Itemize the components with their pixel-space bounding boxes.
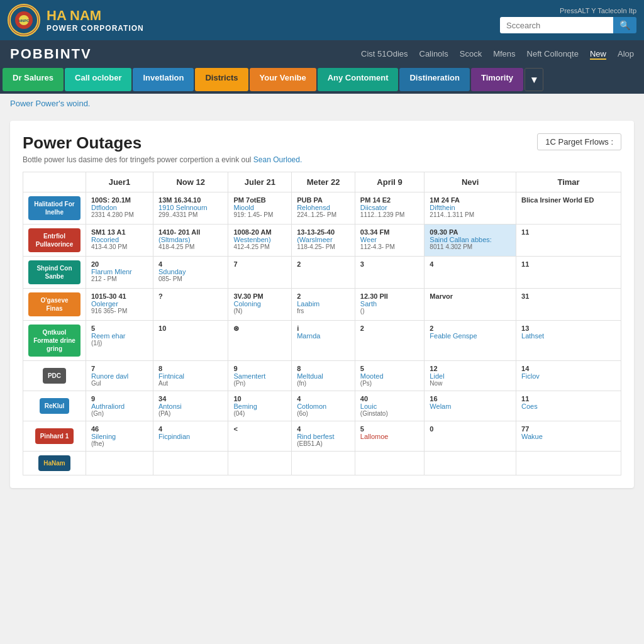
cell-link[interactable]: (Sltmdars)	[158, 236, 223, 243]
cell-link[interactable]: Coloning	[233, 300, 286, 308]
cell-link[interactable]: Welam	[430, 402, 511, 410]
cell-link[interactable]: Lallomoe	[360, 433, 419, 440]
cell-link[interactable]: Fintnical	[158, 372, 223, 380]
cell-link[interactable]: Rocoried	[91, 236, 148, 243]
data-cell: 5Lallomoe	[355, 421, 425, 452]
cell-link[interactable]: 1910 Selnnourn	[158, 204, 223, 211]
cell-link[interactable]: Ficlov	[521, 372, 616, 380]
tab-districts[interactable]: Districts	[195, 68, 248, 91]
cell-time: 12.30 PII	[360, 292, 419, 300]
cell-link[interactable]: Rind berfest	[297, 433, 350, 440]
cell-link[interactable]: Relohensd	[297, 204, 350, 211]
cell-time: <	[233, 425, 286, 433]
cell-link[interactable]: Feable Genspe	[430, 332, 511, 340]
company-logo: ReKlul	[40, 398, 70, 414]
subtitle-link[interactable]: Sean Ourloed.	[253, 155, 302, 164]
cell-link[interactable]: Louic	[360, 402, 419, 410]
cell-time: 4	[158, 260, 223, 268]
company-cell: Shpind Con Sanbe	[23, 257, 86, 289]
cell-link[interactable]: (Warslmeer	[297, 236, 350, 243]
nav-link-new[interactable]: New	[590, 49, 606, 60]
data-cell: 2	[292, 257, 355, 289]
tab-dr-salures[interactable]: Dr Salures	[3, 68, 64, 91]
cell-link[interactable]: Mioold	[233, 204, 286, 211]
nav-link-3[interactable]: Scock	[460, 49, 482, 60]
cell-time: 10	[233, 395, 286, 402]
cell-sub: 2114..1.311 PM	[430, 211, 511, 218]
cell-link[interactable]: Sdunday	[158, 268, 223, 275]
cell-time: 1410- 201 All	[158, 228, 223, 236]
cell-link[interactable]: Sarth	[360, 300, 419, 308]
data-cell: 13M 16.34.101910 Selnnourn299..4331 PM	[153, 192, 228, 225]
table-header-row: Juer1 Now 12 Juler 21 Meter 22 April 9 N…	[23, 172, 621, 192]
cell-link[interactable]: Laabim	[297, 300, 350, 308]
tab-call-oclober[interactable]: Call oclober	[65, 68, 131, 91]
cell-link[interactable]: Saind Callan abbes:	[430, 236, 511, 243]
top-right-area: PressALT Y TaclecoIn Itp 🔍	[500, 7, 636, 33]
cell-link[interactable]: Coes	[521, 402, 616, 410]
cell-link[interactable]: Westenben)	[233, 236, 286, 243]
nav-link-7[interactable]: Alop	[618, 49, 634, 60]
tab-distineration[interactable]: Distineration	[399, 68, 469, 91]
col-header-2: Now 12	[153, 172, 228, 192]
cell-link[interactable]: Authraliord	[91, 402, 148, 410]
search-bar[interactable]: 🔍	[500, 17, 636, 33]
company-logo: Qntkuol Formate drine gring	[28, 325, 80, 357]
search-input[interactable]	[500, 17, 613, 33]
cell-link[interactable]: Lathset	[521, 332, 616, 340]
cell-link[interactable]: Samentert	[233, 372, 286, 380]
cell-link[interactable]: Flarum Mlenr	[91, 268, 148, 275]
cell-time: 77	[521, 425, 616, 433]
cell-time: 03.34 FM	[360, 228, 419, 236]
cell-time: 14	[521, 365, 616, 372]
tab-invetlation[interactable]: Invetlation	[133, 68, 194, 91]
cell-time: 4	[430, 260, 511, 268]
cell-link[interactable]: Runore davl	[91, 372, 148, 380]
cell-link[interactable]: Silening	[91, 433, 148, 440]
data-cell: 3	[355, 257, 425, 289]
cell-link[interactable]: Beming	[233, 402, 286, 410]
data-cell: iMarnda	[292, 321, 355, 361]
cell-time: 3V.30 PM	[233, 292, 286, 300]
cell-link[interactable]: Reem ehar	[91, 332, 148, 340]
cell-link[interactable]: Diftthein	[430, 204, 511, 211]
cell-link[interactable]: Weer	[360, 236, 419, 243]
data-cell: 09.30 PASaind Callan abbes:8011 4.302 PM	[425, 225, 516, 257]
view-toggle-button[interactable]: 1C Parget Frlows :	[537, 133, 621, 150]
tab-timority[interactable]: Timority	[471, 68, 523, 91]
tab-any-contoment[interactable]: Any Contoment	[318, 68, 399, 91]
tab-your-venibe[interactable]: Your Venibe	[250, 68, 316, 91]
cell-time: 100S: 20.1M	[91, 196, 148, 204]
cell-link[interactable]: Antonsi	[158, 402, 223, 410]
nav-link-5[interactable]: Neft Collonqte	[527, 49, 579, 60]
col-header-5: April 9	[355, 172, 425, 192]
company-cell: ReKlul	[23, 391, 86, 421]
tab-dropdown-button[interactable]: ▾	[525, 68, 543, 91]
data-cell: 0	[425, 421, 516, 452]
data-cell: 11	[516, 225, 621, 257]
cell-link[interactable]: Lidel	[430, 372, 511, 380]
nav-link-2[interactable]: Calinols	[419, 49, 448, 60]
search-button[interactable]: 🔍	[613, 17, 636, 33]
breadcrumb-link[interactable]: Power Power's woind.	[10, 99, 90, 108]
cell-link[interactable]: Ficpindian	[158, 433, 223, 440]
table-row: HaNam	[23, 452, 621, 475]
cell-link[interactable]: Cotlomon	[297, 402, 350, 410]
data-cell: Blica Irsiner World ED	[516, 192, 621, 225]
cell-link[interactable]: Meltdual	[297, 372, 350, 380]
cell-sub: Gul	[91, 380, 148, 387]
nav-link-1[interactable]: Cist 51Odies	[361, 49, 408, 60]
nav-link-4[interactable]: Mfens	[493, 49, 515, 60]
data-cell: 03.34 FMWeer112-4.3- PM	[355, 225, 425, 257]
nav-bar: POBBINTV Cist 51Odies Calinols Scock Mfe…	[0, 40, 644, 68]
data-cell: 13Lathset	[516, 321, 621, 361]
cell-sub: (Ps)	[360, 380, 419, 387]
cell-time: 7	[233, 260, 286, 268]
cell-link[interactable]: Oolerger	[91, 300, 148, 308]
cell-link[interactable]: Marnda	[297, 332, 350, 340]
table-row: PDC7Runore davlGul8FintnicalAut9Samenter…	[23, 361, 621, 391]
cell-link[interactable]: Wakue	[521, 433, 616, 440]
cell-link[interactable]: Diicsator	[360, 204, 419, 211]
cell-link[interactable]: Dtflodon	[91, 204, 148, 211]
cell-link[interactable]: Mooted	[360, 372, 419, 380]
